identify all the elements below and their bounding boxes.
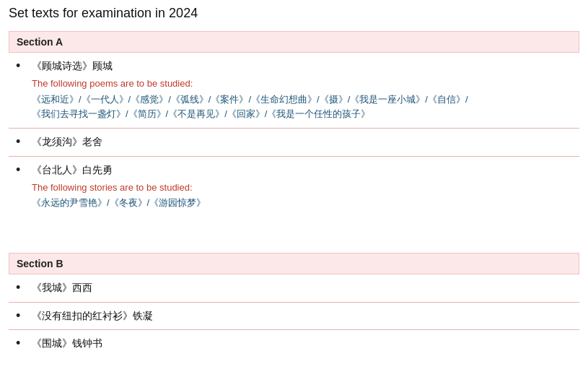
item-title: 《顾城诗选》顾城	[32, 58, 572, 74]
list-item: • 《龙须沟》老舍	[9, 129, 579, 157]
bullet-icon: •	[16, 308, 29, 324]
item-title: 《我城》西西	[32, 280, 572, 295]
bullet-icon: •	[16, 336, 29, 352]
section-b-block: Section B • 《我城》西西 • 《没有纽扣的红衬衫》铁凝 • 《围城》…	[9, 253, 579, 358]
bullet-icon: •	[16, 280, 29, 296]
item-title: 《台北人》白先勇	[32, 162, 572, 178]
item-content: 《龙须沟》老舍	[32, 134, 572, 150]
item-content: 《围城》钱钟书	[32, 336, 572, 351]
item-content: 《顾城诗选》顾城 The following poems are to be s…	[32, 58, 572, 122]
item-content: 《没有纽扣的红衬衫》铁凝	[32, 308, 572, 324]
list-item: • 《围城》钱钟书	[9, 330, 579, 358]
item-subtitle: The following stories are to be studied:	[32, 181, 572, 195]
list-item: • 《顾城诗选》顾城 The following poems are to be…	[9, 53, 579, 129]
spacer	[9, 241, 579, 253]
page-title: Set texts for examination in 2024	[9, 6, 579, 21]
item-poems: 《远和近》/《一代人》/《感觉》/《弧线》/《案件》/《生命幻想曲》/《摄》/《…	[32, 92, 572, 123]
bullet-icon: •	[16, 162, 29, 178]
item-content: 《我城》西西	[32, 280, 572, 295]
item-poems: 《永远的尹雪艳》/《冬夜》/《游园惊梦》	[32, 196, 572, 211]
list-item: • 《没有纽扣的红衬衫》铁凝	[9, 303, 579, 331]
bullet-icon: •	[16, 58, 29, 74]
section-b-header: Section B	[9, 253, 579, 274]
item-title: 《龙须沟》老舍	[32, 134, 572, 150]
bullet-icon: •	[16, 134, 29, 150]
spacer	[9, 230, 579, 241]
item-title: 《围城》钱钟书	[32, 336, 572, 351]
list-item: • 《我城》西西	[9, 274, 579, 303]
item-title: 《没有纽扣的红衬衫》铁凝	[32, 308, 572, 324]
item-content: 《台北人》白先勇 The following stories are to be…	[32, 162, 572, 211]
section-a-header: Section A	[9, 31, 579, 53]
list-item: • 《台北人》白先勇 The following stories are to …	[9, 157, 579, 217]
section-a-block: Section A • 《顾城诗选》顾城 The following poems…	[9, 31, 579, 217]
item-subtitle: The following poems are to be studied:	[32, 77, 572, 91]
